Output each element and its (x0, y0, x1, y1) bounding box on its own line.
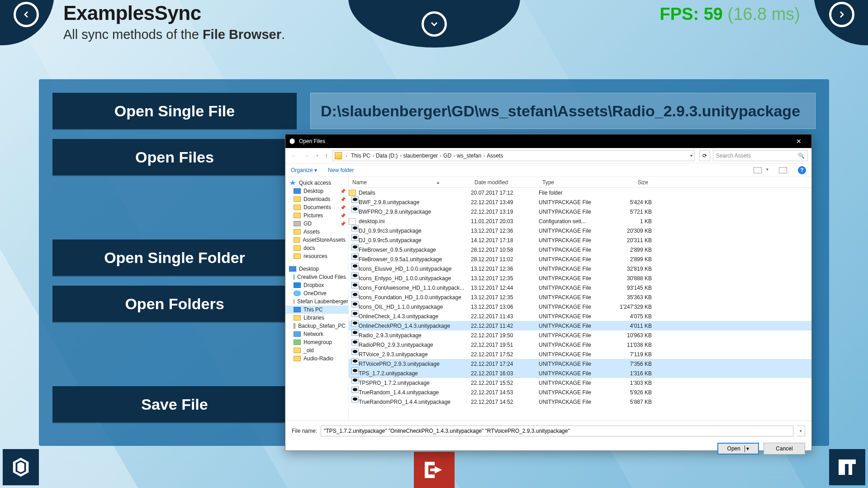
nav-item[interactable]: Downloads📌 (285, 195, 348, 203)
drive-icon (335, 152, 342, 159)
table-row[interactable]: BWF_2.9.8.unitypackage 22.12.2017 13:49 … (349, 197, 811, 207)
nav-item[interactable]: docs (285, 244, 348, 252)
table-row[interactable]: TPSPRO_1.7.2.unitypackage 22.12.2017 15:… (349, 378, 811, 388)
unity-icon (351, 225, 359, 231)
table-row[interactable]: BWFPRO_2.9.8.unitypackage 22.12.2017 13:… (349, 207, 811, 216)
unity-logo-button[interactable] (3, 449, 39, 485)
table-row[interactable]: Icons_OIL_HD_1.1.0.unitypackage 13.12.20… (349, 302, 811, 311)
open-files-dialog: Open Files ✕ ← → ▾ ↑ › This PC›Data (D:)… (285, 134, 812, 451)
view-icons: ▾ (754, 167, 787, 173)
table-row[interactable]: FileBrowser_0.9.5.unitypackage 28.12.201… (349, 245, 811, 254)
nav-item[interactable]: Dropbox (285, 281, 348, 289)
filename-input[interactable] (321, 426, 793, 436)
open-button[interactable]: Open│▾ (717, 443, 759, 455)
nav-item[interactable]: Audio-Radio (285, 354, 348, 363)
open-single-file-button[interactable]: Open Single File (52, 93, 297, 129)
nav-up-icon[interactable]: ↑ (323, 152, 330, 159)
column-headers[interactable]: Name▲ Date modified Type Size (349, 177, 811, 188)
open-folders-button[interactable]: Open Folders (52, 286, 297, 322)
table-row[interactable]: FileBrowser_0.9.5a1.unitypackage 28.12.2… (349, 254, 811, 264)
crumb[interactable]: This PC (351, 153, 370, 159)
table-row[interactable]: DJ_0.9.9rc3.unitypackage 13.12.2017 12:3… (349, 226, 811, 235)
nav-item[interactable]: resources (285, 252, 348, 260)
logo-button[interactable] (829, 449, 865, 485)
table-row[interactable]: Radio_2.9.3.unitypackage 22.12.2017 19:5… (349, 330, 811, 340)
save-file-button[interactable]: Save File (52, 386, 297, 422)
refresh-icon[interactable]: ⟳ (699, 150, 710, 161)
table-row[interactable]: RTVoice_2.9.3.unitypackage 22.12.2017 17… (349, 349, 811, 359)
nav-item[interactable]: Homegroup (285, 338, 348, 346)
nav-item[interactable]: OneDrive (285, 289, 348, 297)
dialog-navbar: ← → ▾ ↑ › This PC›Data (D:)›slaubenberge… (285, 148, 811, 163)
nav-item[interactable]: Backup_Stefan_PC (285, 322, 348, 330)
table-row[interactable]: Icons_Foundation_HD_1.0.0.unitypackage 1… (349, 292, 811, 302)
table-row[interactable]: OnlineCheck_1.4.3.unitypackage 22.12.201… (349, 311, 811, 321)
dialog-titlebar[interactable]: Open Files ✕ (285, 134, 811, 148)
chevron-down-icon[interactable]: ▾ (690, 153, 693, 158)
center-down-button[interactable] (422, 11, 447, 37)
search-placeholder: Search Assets (716, 153, 751, 159)
nav-item[interactable]: Libraries (285, 314, 348, 322)
crumb[interactable]: GD (443, 153, 451, 159)
search-input[interactable]: Search Assets 🔍 (713, 150, 808, 161)
nav-history-icon[interactable]: ▾ (314, 153, 320, 158)
table-row[interactable]: Icons_Entypo_HD_1.0.0.unitypackage 13.12… (349, 273, 811, 283)
open-single-folder-button[interactable]: Open Single Folder (52, 239, 297, 276)
chevron-down-icon[interactable]: ▾ (766, 167, 774, 173)
nav-item[interactable]: AssetStoreAssets (285, 236, 348, 244)
table-row[interactable]: TrueRandom_1.4.4.unitypackage 22.12.2017… (349, 388, 811, 397)
table-row[interactable]: TPS_1.7.2.unitypackage 22.12.2017 16:03 … (349, 368, 811, 378)
table-row[interactable]: Icons_FontAwesome_HD_1.1.0.unitypack... … (349, 283, 811, 292)
open-files-button[interactable]: Open Files (52, 139, 297, 175)
organize-menu[interactable]: Organize ▾ (291, 167, 317, 173)
address-bar[interactable]: › This PC›Data (D:)›slaubenberger›GD›ws_… (332, 150, 695, 161)
table-row[interactable]: desktop.ini 11.01.2017 20:03 Configurati… (349, 216, 811, 226)
close-icon[interactable]: ✕ (790, 138, 808, 145)
help-icon[interactable]: ? (798, 166, 806, 174)
prev-button[interactable] (14, 2, 39, 27)
button-column: Open Single File Open Files Open Single … (52, 93, 297, 432)
nav-item[interactable]: Desktop📌 (285, 187, 348, 195)
nav-item[interactable]: Stefan Laubenberger (285, 297, 348, 306)
new-folder-button[interactable]: New folder (328, 167, 354, 173)
unity-icon (351, 368, 359, 374)
nav-item[interactable]: Creative Cloud Files (285, 273, 348, 281)
table-row[interactable]: RadioPRO_2.9.3.unitypackage 22.12.2017 1… (349, 340, 811, 349)
crumb[interactable]: slaubenberger (403, 153, 438, 159)
preview-pane-icon[interactable] (779, 167, 787, 173)
filename-dropdown-icon[interactable]: ▾ (797, 426, 805, 436)
table-row[interactable]: Details 20.07.2017 17:12 File folder (349, 188, 811, 197)
unity-icon (351, 273, 359, 279)
fps-ms: (16.8 ms) (728, 5, 800, 24)
unity-icon (351, 396, 359, 402)
nav-item[interactable]: _old (285, 346, 348, 354)
nav-forward-icon[interactable]: → (302, 152, 312, 159)
table-row[interactable]: Icons_Elusive_HD_1.0.0.unitypackage 13.1… (349, 264, 811, 273)
nav-back-icon[interactable]: ← (289, 152, 299, 159)
crumb[interactable]: Data (D:) (376, 153, 398, 159)
path-text: D:\slaubenberger\GD\ws_stefan\Assets\Rad… (321, 102, 800, 120)
crumb[interactable]: Assets (487, 153, 503, 159)
crumb[interactable]: ws_stefan (457, 153, 481, 159)
table-row[interactable]: TrueRandomPRO_1.4.4.unitypackage 22.12.2… (349, 397, 811, 407)
dialog-footer: File name: ▾ Open│▾ Cancel (285, 421, 811, 461)
table-row[interactable]: RTVoicePRO_2.9.3.unitypackage 22.12.2017… (349, 359, 811, 368)
subtitle-post: . (281, 27, 285, 42)
cancel-button[interactable]: Cancel (764, 443, 805, 455)
nav-item[interactable]: Documents📌 (285, 203, 348, 211)
nav-item[interactable]: GD📌 (285, 220, 348, 228)
nav-item[interactable]: This PC (285, 306, 348, 314)
nav-quick-access[interactable]: Quick access (285, 179, 348, 187)
nav-item[interactable]: Pictures📌 (285, 211, 348, 220)
breadcrumb[interactable]: This PC›Data (D:)›slaubenberger›GD›ws_st… (351, 153, 503, 159)
page-title: ExamplesSync (63, 2, 285, 24)
table-row[interactable]: OnlineCheckPRO_1.4.3.unitypackage 22.12.… (349, 321, 811, 330)
nav-desktop-head[interactable]: Desktop (285, 265, 348, 273)
next-button[interactable] (829, 2, 854, 27)
nav-item[interactable]: Network (285, 330, 348, 338)
view-details-icon[interactable] (754, 167, 762, 173)
table-row[interactable]: DJ_0.9.9rc5.unitypackage 14.12.2017 17:1… (349, 235, 811, 245)
unity-icon (351, 244, 359, 250)
unity-icon (351, 292, 359, 298)
nav-item[interactable]: Assets (285, 228, 348, 236)
